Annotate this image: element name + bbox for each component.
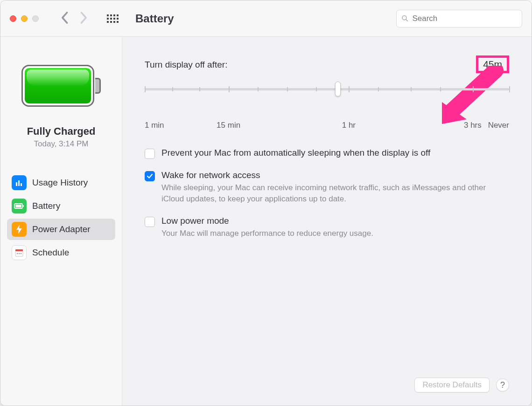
option-label: Wake for network access <box>161 170 509 180</box>
sidebar-item-label: Schedule <box>32 248 69 258</box>
help-button[interactable]: ? <box>496 378 509 392</box>
tick-label: 3 hrs <box>464 121 482 130</box>
svg-rect-6 <box>15 205 21 207</box>
sidebar-item-power-adapter[interactable]: Power Adapter <box>7 219 115 240</box>
svg-rect-4 <box>21 183 22 186</box>
show-all-prefs-button[interactable] <box>107 14 119 23</box>
display-sleep-value: 45m <box>476 55 509 73</box>
option-label: Low power mode <box>161 216 509 226</box>
svg-point-12 <box>21 253 21 254</box>
search-field[interactable] <box>396 10 522 28</box>
close-window-button[interactable] <box>10 15 16 22</box>
restore-defaults-button[interactable]: Restore Defaults <box>414 378 490 392</box>
option-description: While sleeping, your Mac can receive inc… <box>161 182 509 205</box>
zoom-window-button <box>32 15 39 22</box>
svg-rect-7 <box>23 205 24 207</box>
back-button[interactable] <box>60 11 69 26</box>
preferences-window: Battery Fully Charged Today, 3:14 PM Usa… <box>0 0 532 406</box>
option-low-power: Low power mode Your Mac will manage perf… <box>145 216 509 239</box>
battery-status: Fully Charged Today, 3:14 PM <box>27 125 96 149</box>
low-power-checkbox[interactable] <box>145 217 155 227</box>
body: Fully Charged Today, 3:14 PM Usage Histo… <box>0 37 532 406</box>
option-description: Your Mac will manage performance to redu… <box>161 228 509 239</box>
battery-status-title: Fully Charged <box>27 125 96 138</box>
battery-status-time: Today, 3:14 PM <box>27 139 96 149</box>
display-sleep-slider[interactable] <box>145 83 509 102</box>
display-sleep-label: Turn display off after: <box>145 60 227 70</box>
window-controls <box>10 15 39 22</box>
window-title: Battery <box>135 12 174 25</box>
minimize-window-button[interactable] <box>21 15 28 22</box>
sidebar-item-label: Usage History <box>32 178 88 188</box>
display-sleep-section: Turn display off after: 45m <box>145 55 509 131</box>
bolt-icon <box>12 222 27 237</box>
tick-label: 1 min <box>145 121 164 130</box>
checkmark-icon <box>147 173 153 179</box>
svg-rect-3 <box>18 180 20 186</box>
footer: Restore Defaults ? <box>145 368 509 392</box>
main-panel: Turn display off after: 45m <box>122 37 532 406</box>
option-wake-network: Wake for network access While sleeping, … <box>145 170 509 205</box>
sidebar-item-usage-history[interactable]: Usage History <box>7 172 115 193</box>
option-prevent-sleep: Prevent your Mac from automatically slee… <box>145 148 509 159</box>
sidebar-nav: Usage History Battery Power Adapter <box>0 172 122 263</box>
option-label: Prevent your Mac from automatically slee… <box>161 148 509 158</box>
search-input[interactable] <box>412 14 517 23</box>
options-list: Prevent your Mac from automatically slee… <box>145 148 509 239</box>
svg-point-10 <box>17 253 18 254</box>
search-icon <box>401 14 408 22</box>
tick-label: Never <box>488 121 509 130</box>
sidebar-item-label: Power Adapter <box>32 224 91 234</box>
svg-rect-8 <box>15 249 23 251</box>
sidebar-item-label: Battery <box>32 201 60 211</box>
titlebar: Battery <box>0 0 532 37</box>
sidebar-item-schedule[interactable]: Schedule <box>7 242 115 263</box>
sidebar-item-battery[interactable]: Battery <box>7 195 115 217</box>
forward-button[interactable] <box>80 11 88 26</box>
wake-network-checkbox[interactable] <box>145 171 155 181</box>
tick-label: 1 hr <box>342 121 356 130</box>
battery-small-icon <box>12 199 27 213</box>
slider-thumb[interactable] <box>335 82 341 96</box>
battery-icon <box>21 65 101 107</box>
tick-label: 15 min <box>217 121 240 130</box>
svg-line-1 <box>406 19 408 21</box>
sidebar: Fully Charged Today, 3:14 PM Usage Histo… <box>0 37 122 406</box>
svg-rect-2 <box>16 182 17 186</box>
nav-buttons <box>60 11 88 26</box>
chart-icon <box>12 175 27 190</box>
svg-point-11 <box>19 253 20 254</box>
prevent-sleep-checkbox[interactable] <box>145 149 155 159</box>
calendar-icon <box>12 245 27 260</box>
